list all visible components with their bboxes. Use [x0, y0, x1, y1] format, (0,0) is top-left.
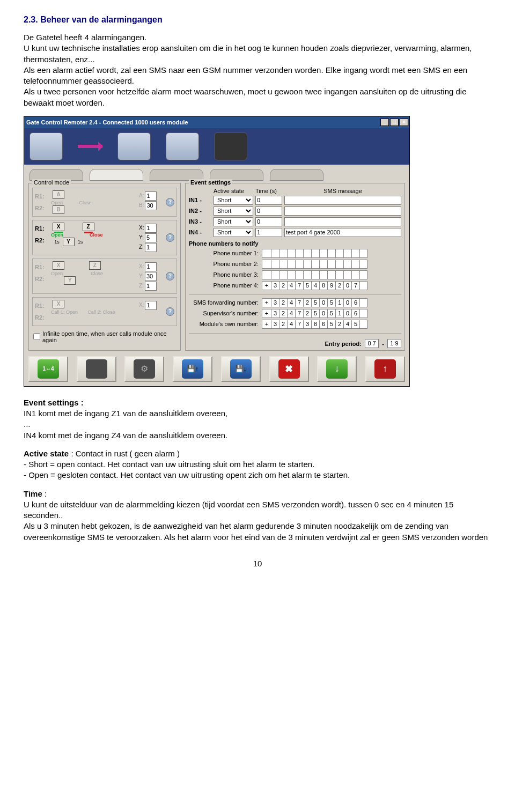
phone-digit[interactable]: 2 — [279, 320, 287, 329]
time-input[interactable] — [255, 228, 282, 237]
tab-active[interactable] — [90, 169, 143, 181]
phone-digit[interactable]: 4 — [287, 309, 295, 318]
phone-digit[interactable] — [271, 270, 279, 279]
active-state-select[interactable]: Short — [214, 228, 253, 237]
sms-message-input[interactable] — [284, 206, 401, 216]
phone-digit[interactable]: 4 — [311, 281, 319, 290]
active-state-select[interactable]: Short — [214, 206, 253, 216]
value-input[interactable] — [145, 272, 157, 281]
entry-from-input[interactable] — [365, 339, 379, 348]
phone-digit[interactable] — [311, 270, 319, 279]
phone-digit[interactable] — [287, 249, 295, 258]
phone-digit[interactable]: 3 — [303, 320, 311, 329]
value-input[interactable] — [145, 301, 157, 310]
sms-message-input[interactable] — [284, 217, 401, 226]
control-mode-row[interactable]: R1: R2: X Z Open Close 1s Y 1s — [32, 220, 177, 255]
minimize-button[interactable]: _ — [380, 119, 389, 126]
phone-digit[interactable] — [319, 260, 327, 269]
phone-digit[interactable] — [303, 260, 311, 269]
active-state-select[interactable]: Short — [214, 196, 253, 205]
phone-input[interactable] — [262, 270, 401, 279]
phone-digit[interactable]: 0 — [343, 281, 351, 290]
value-input[interactable] — [145, 243, 157, 252]
phone-digit[interactable] — [311, 249, 319, 258]
phone-digit[interactable]: 7 — [295, 309, 303, 318]
value-input[interactable] — [145, 262, 157, 271]
phone-digit[interactable] — [351, 249, 359, 258]
value-input[interactable] — [145, 282, 157, 291]
phone-digit[interactable]: 4 — [287, 320, 295, 329]
phone-digit[interactable]: + — [262, 298, 271, 307]
phone-digit[interactable]: 8 — [319, 281, 327, 290]
phone-digit[interactable] — [271, 260, 279, 269]
phone-digit[interactable] — [359, 320, 367, 329]
control-mode-row[interactable]: R1: R2: X Call 1: Open Call 2: Close X: … — [32, 297, 177, 326]
phone-digit[interactable] — [327, 249, 335, 258]
value-input[interactable] — [145, 224, 157, 233]
phone-digit[interactable] — [351, 270, 359, 279]
phone-digit[interactable] — [262, 270, 271, 279]
sms-message-input[interactable] — [284, 196, 401, 205]
phone-digit[interactable]: + — [262, 309, 271, 318]
phone-digit[interactable]: 3 — [271, 320, 279, 329]
time-input[interactable] — [255, 206, 282, 216]
phone-digit[interactable] — [343, 260, 351, 269]
phone-digit[interactable] — [359, 270, 367, 279]
phone-digit[interactable] — [335, 260, 343, 269]
phone-digit[interactable] — [335, 270, 343, 279]
phone-digit[interactable]: 5 — [351, 320, 359, 329]
active-state-select[interactable]: Short — [214, 217, 253, 226]
phone-digit[interactable] — [295, 249, 303, 258]
phone-digit[interactable] — [279, 260, 287, 269]
phone-digit[interactable]: 0 — [343, 309, 351, 318]
phone-digit[interactable]: 6 — [351, 298, 359, 307]
phone-digit[interactable] — [287, 260, 295, 269]
help-icon[interactable]: ? — [166, 233, 174, 242]
phone-digit[interactable] — [311, 260, 319, 269]
phone-digit[interactable] — [327, 260, 335, 269]
phone-digit[interactable]: 3 — [271, 309, 279, 318]
phone-input[interactable]: +32473865245 — [262, 320, 401, 329]
phone-digit[interactable]: 3 — [271, 298, 279, 307]
phone-digit[interactable] — [359, 298, 367, 307]
phone-digit[interactable] — [295, 270, 303, 279]
help-icon[interactable]: ? — [166, 272, 174, 280]
phone-digit[interactable]: 0 — [319, 298, 327, 307]
phone-input[interactable]: +32472505106 — [262, 298, 401, 307]
phone-digit[interactable]: 5 — [327, 309, 335, 318]
phone-input[interactable] — [262, 249, 401, 258]
phone-digit[interactable] — [319, 270, 327, 279]
help-icon[interactable]: ? — [166, 307, 174, 316]
phone-digit[interactable] — [279, 249, 287, 258]
phone-digit[interactable] — [327, 270, 335, 279]
phone-digit[interactable] — [359, 281, 367, 290]
sms-message-input[interactable] — [284, 228, 401, 237]
phone-input[interactable] — [262, 260, 401, 269]
value-input[interactable] — [145, 191, 157, 201]
phone-digit[interactable]: 2 — [279, 298, 287, 307]
phone-digit[interactable]: 7 — [351, 281, 359, 290]
save-button[interactable] — [221, 356, 261, 382]
help-icon[interactable]: ? — [166, 198, 174, 206]
settings-button[interactable] — [124, 356, 164, 382]
phone-digit[interactable] — [271, 249, 279, 258]
control-mode-row[interactable]: R1: R2: X Z Open Close Y X: — [32, 259, 177, 294]
phone-digit[interactable]: 2 — [303, 309, 311, 318]
phone-digit[interactable] — [262, 260, 271, 269]
phone-digit[interactable]: + — [262, 320, 271, 329]
device-button[interactable] — [77, 356, 116, 382]
phone-digit[interactable]: 7 — [295, 298, 303, 307]
phone-digit[interactable]: 3 — [271, 281, 279, 290]
phone-digit[interactable] — [262, 249, 271, 258]
maximize-button[interactable]: □ — [390, 119, 399, 126]
time-input[interactable] — [255, 217, 282, 226]
phone-digit[interactable] — [279, 270, 287, 279]
phone-digit[interactable] — [287, 270, 295, 279]
load-button[interactable] — [173, 356, 212, 382]
phone-digit[interactable]: 8 — [311, 320, 319, 329]
phone-input[interactable]: +32472505106 — [262, 309, 401, 318]
phone-digit[interactable]: 2 — [279, 309, 287, 318]
phone-digit[interactable]: 6 — [351, 309, 359, 318]
phone-digit[interactable]: 2 — [303, 298, 311, 307]
control-mode-row[interactable]: R1: R2: A Open Close B A: B: ? — [32, 188, 177, 217]
